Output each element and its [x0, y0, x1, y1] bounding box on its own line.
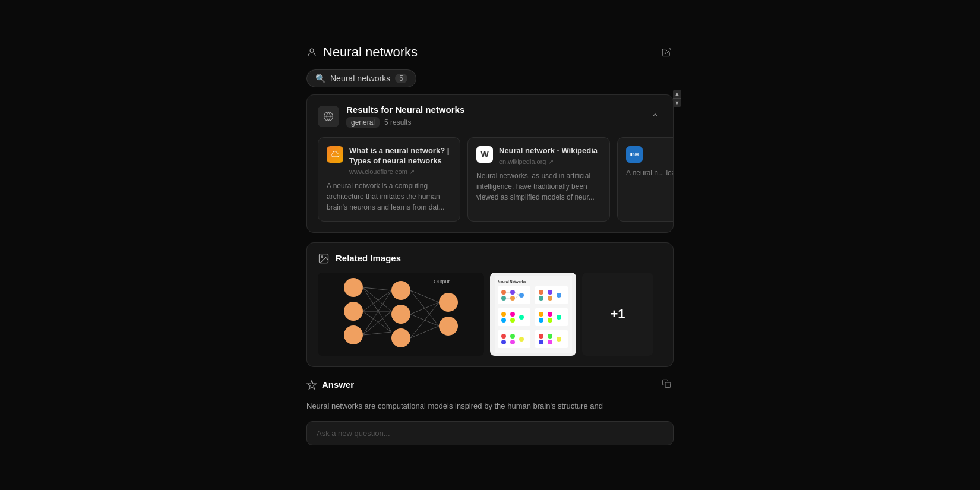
svg-point-42 — [539, 296, 543, 301]
results-scroll[interactable]: What is a neural network? | Types of neu… — [307, 135, 673, 232]
result-item-ibm[interactable]: IBM A neural n... learning p... makes de… — [617, 137, 673, 222]
images-card-header: Related Images — [307, 243, 673, 273]
svg-point-0 — [310, 49, 314, 52]
cloudflare-favicon — [327, 146, 343, 163]
cloudflare-title: What is a neural network? | Types of neu… — [349, 146, 451, 166]
svg-rect-40 — [535, 286, 568, 304]
cloudflare-logo — [330, 150, 340, 159]
svg-point-45 — [557, 293, 561, 298]
results-count: 5 results — [384, 118, 411, 127]
page-title-row: Neural networks — [306, 45, 418, 60]
scroll-up-button[interactable]: ▲ — [673, 90, 681, 98]
ibm-snippet: A neural n... learning p... makes de... — [626, 167, 673, 178]
answer-header: Answer — [306, 377, 674, 393]
svg-point-35 — [519, 293, 524, 298]
svg-point-51 — [519, 315, 524, 320]
svg-point-61 — [510, 334, 515, 339]
svg-point-68 — [548, 340, 552, 344]
nn-diagram-svg: Output — [318, 273, 484, 356]
more-count-label: +1 — [610, 306, 625, 322]
svg-point-25 — [439, 293, 458, 312]
answer-section: Answer Neural networks are computational… — [297, 377, 683, 445]
scroll-down-button[interactable]: ▼ — [673, 99, 681, 107]
results-card-header: Results for Neural networks general 5 re… — [307, 95, 673, 135]
result-item-header-wiki: W Neural network - Wikipedia en.wikipedi… — [476, 146, 601, 166]
svg-point-48 — [501, 318, 506, 323]
search-tag[interactable]: 🔍 Neural networks 5 — [306, 69, 416, 87]
svg-line-15 — [363, 332, 391, 335]
svg-point-67 — [548, 334, 552, 339]
results-card-title: Results for Neural networks — [346, 105, 464, 115]
scroll-control: ▲ ▼ — [673, 90, 681, 107]
svg-point-6 — [344, 325, 363, 344]
result-title-block-cf: What is a neural network? | Types of neu… — [349, 146, 451, 176]
svg-line-21 — [410, 302, 439, 314]
svg-point-3 — [321, 256, 323, 258]
svg-point-43 — [548, 290, 552, 295]
edit-button[interactable] — [659, 45, 674, 59]
svg-point-65 — [539, 334, 543, 339]
svg-line-14 — [363, 311, 391, 335]
svg-point-32 — [501, 296, 506, 301]
wikipedia-title: Neural network - Wikipedia — [499, 146, 598, 156]
more-images-thumb[interactable]: +1 — [582, 273, 653, 356]
main-container[interactable]: Neural networks 🔍 Neural networks 5 — [297, 33, 683, 457]
copy-icon — [662, 379, 671, 388]
page-header: Neural networks — [297, 45, 683, 69]
svg-point-17 — [391, 305, 410, 324]
svg-point-54 — [539, 318, 543, 323]
svg-line-8 — [363, 287, 391, 311]
wiki-nn-thumb[interactable]: Neural Networks — [490, 273, 576, 356]
globe-icon-box — [318, 106, 339, 127]
svg-rect-58 — [498, 330, 530, 348]
svg-rect-46 — [498, 308, 530, 326]
svg-point-34 — [510, 296, 515, 301]
wikipedia-url: en.wikipedia.org ↗ — [499, 158, 598, 166]
globe-icon — [323, 111, 334, 122]
collapse-button[interactable] — [648, 108, 662, 125]
svg-line-7 — [363, 287, 391, 290]
wikipedia-snippet: Neural networks, as used in artificial i… — [476, 170, 601, 203]
result-title-block-wiki: Neural network - Wikipedia en.wikipedia.… — [499, 146, 598, 166]
svg-point-57 — [557, 315, 561, 320]
search-tag-row: 🔍 Neural networks 5 — [297, 69, 683, 94]
cloudflare-url: www.cloudflare.com ↗ — [349, 168, 451, 176]
svg-point-66 — [539, 340, 543, 344]
svg-point-4 — [344, 278, 363, 297]
edit-icon — [662, 48, 671, 57]
result-item-cloudflare[interactable]: What is a neural network? | Types of neu… — [318, 137, 460, 222]
result-item-wikipedia[interactable]: W Neural network - Wikipedia en.wikipedi… — [467, 137, 610, 222]
svg-point-63 — [519, 337, 524, 342]
svg-point-47 — [501, 312, 506, 317]
person-icon — [306, 47, 317, 58]
svg-point-41 — [539, 290, 543, 295]
svg-line-24 — [410, 326, 439, 338]
nn-diagram-thumb[interactable]: Output — [318, 273, 484, 356]
results-card-header-left: Results for Neural networks general 5 re… — [318, 105, 464, 128]
cloudflare-snippet: A neural network is a computing architec… — [327, 181, 451, 213]
ibm-favicon: IBM — [626, 146, 643, 163]
svg-point-62 — [510, 340, 515, 344]
search-tag-label: Neural networks — [330, 74, 390, 83]
svg-point-33 — [510, 290, 515, 295]
svg-rect-30 — [498, 286, 530, 304]
images-grid: Output Neural Networks — [307, 273, 673, 366]
svg-line-13 — [363, 290, 391, 335]
copy-button[interactable] — [659, 377, 674, 393]
svg-point-50 — [510, 318, 515, 323]
svg-point-56 — [548, 318, 552, 323]
svg-line-19 — [410, 290, 439, 302]
category-tag: general — [346, 117, 380, 128]
results-card: Results for Neural networks general 5 re… — [306, 94, 674, 233]
svg-rect-64 — [535, 330, 568, 348]
svg-point-69 — [557, 337, 561, 342]
svg-point-60 — [501, 340, 506, 344]
svg-point-49 — [510, 312, 515, 317]
image-icon — [318, 252, 330, 264]
ask-input[interactable] — [306, 421, 674, 445]
svg-point-59 — [501, 334, 506, 339]
wikipedia-favicon: W — [476, 146, 493, 163]
svg-point-31 — [501, 290, 506, 295]
search-count-badge: 5 — [395, 74, 407, 83]
answer-title-row: Answer — [306, 380, 354, 390]
